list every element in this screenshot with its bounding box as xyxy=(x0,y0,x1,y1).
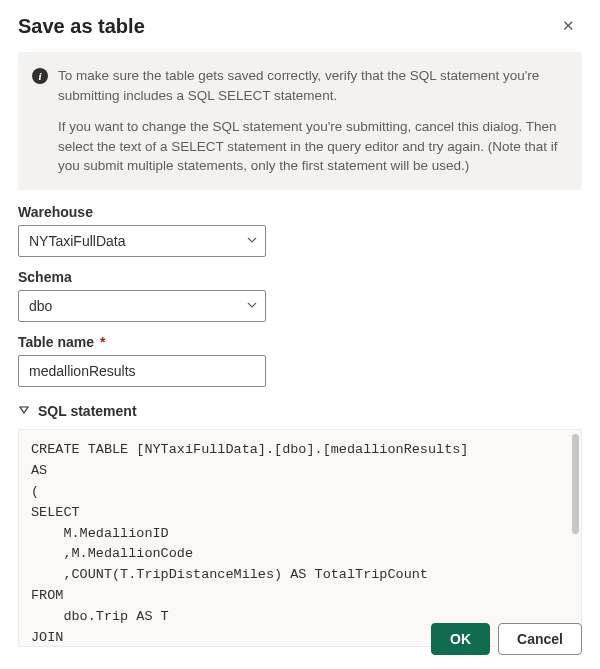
dialog-title: Save as table xyxy=(18,15,145,38)
sql-code[interactable]: CREATE TABLE [NYTaxiFullData].[dbo].[med… xyxy=(19,430,581,647)
expand-collapse-icon xyxy=(18,403,30,419)
save-as-table-dialog: Save as table ✕ i To make sure the table… xyxy=(0,0,600,647)
schema-label: Schema xyxy=(18,269,582,285)
info-paragraph-1: To make sure the table gets saved correc… xyxy=(58,66,568,105)
dialog-header: Save as table ✕ xyxy=(18,12,582,40)
warehouse-select[interactable]: NYTaxiFullData xyxy=(18,225,266,257)
info-paragraph-2: If you want to change the SQL statement … xyxy=(58,117,568,176)
sql-statement-box: CREATE TABLE [NYTaxiFullData].[dbo].[med… xyxy=(18,429,582,647)
info-icon: i xyxy=(32,68,48,84)
sql-section-header[interactable]: SQL statement xyxy=(18,403,582,419)
schema-value: dbo xyxy=(18,290,266,322)
scrollbar-thumb[interactable] xyxy=(572,434,579,534)
tablename-label-text: Table name xyxy=(18,334,94,350)
warehouse-field: Warehouse NYTaxiFullData xyxy=(18,204,582,257)
close-icon: ✕ xyxy=(562,17,575,35)
schema-select[interactable]: dbo xyxy=(18,290,266,322)
info-text: To make sure the table gets saved correc… xyxy=(58,66,568,176)
ok-button[interactable]: OK xyxy=(431,623,490,655)
cancel-button[interactable]: Cancel xyxy=(498,623,582,655)
schema-field: Schema dbo xyxy=(18,269,582,322)
required-indicator: * xyxy=(100,334,105,350)
dialog-footer: OK Cancel xyxy=(431,623,582,655)
sql-header-label: SQL statement xyxy=(38,403,137,419)
tablename-label: Table name * xyxy=(18,334,582,350)
warehouse-label: Warehouse xyxy=(18,204,582,220)
tablename-input[interactable] xyxy=(18,355,266,387)
tablename-field: Table name * xyxy=(18,334,582,387)
close-button[interactable]: ✕ xyxy=(554,12,582,40)
warehouse-value: NYTaxiFullData xyxy=(18,225,266,257)
info-banner: i To make sure the table gets saved corr… xyxy=(18,52,582,190)
